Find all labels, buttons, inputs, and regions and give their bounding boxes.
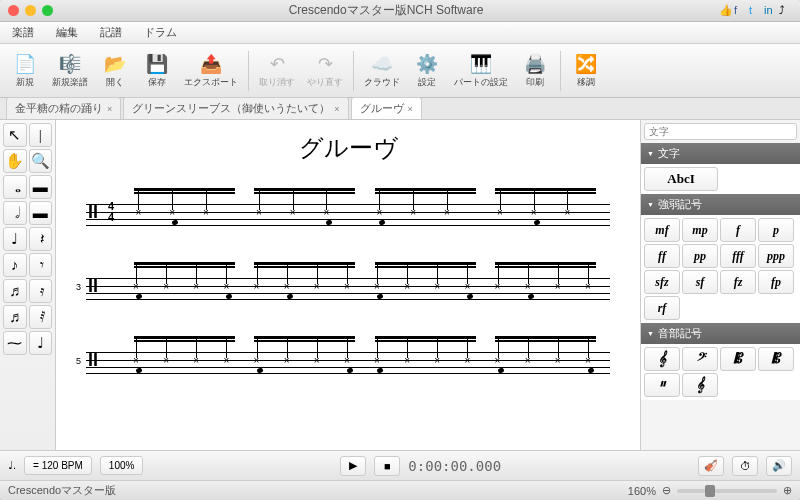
dynamic-mf[interactable]: mf	[644, 218, 680, 242]
hand-tool[interactable]: ✋	[3, 149, 27, 173]
staff-2[interactable]: 3 II ×××× ×××× ×××× ××××	[86, 258, 610, 320]
redo-icon: ↷	[314, 53, 336, 75]
half-note-tool[interactable]: 𝅗𝅥	[3, 201, 27, 225]
cursor-tool[interactable]: ↖	[3, 123, 27, 147]
dynamic-p[interactable]: p	[758, 218, 794, 242]
half-rest-tool[interactable]: ▬	[29, 201, 53, 225]
new-score-button[interactable]: 🎼新規楽譜	[48, 47, 92, 95]
zoom-tool[interactable]: 🔍	[29, 149, 53, 173]
time-signature: 44	[108, 201, 114, 223]
open-button[interactable]: 📂開く	[96, 47, 134, 95]
measure-number: 5	[76, 356, 81, 366]
dynamic-f[interactable]: f	[720, 218, 756, 242]
score-title: グルーヴ	[56, 120, 640, 172]
quarter-rest-tool[interactable]: 𝄽	[29, 227, 53, 251]
cloud-button[interactable]: ☁️クラウド	[360, 47, 404, 95]
dynamic-ff[interactable]: ff	[644, 244, 680, 268]
tempo-selector[interactable]: = 120 BPM	[24, 456, 92, 475]
zoom-in-button[interactable]: ⊕	[783, 484, 792, 497]
palette-search-input[interactable]	[644, 123, 797, 140]
clef-other[interactable]: 𝄞	[682, 373, 718, 397]
status-zoom: 160%	[628, 485, 656, 497]
dynamic-pp[interactable]: pp	[682, 244, 718, 268]
play-button[interactable]: ▶	[340, 456, 366, 476]
print-button[interactable]: 🖨️印刷	[516, 47, 554, 95]
percussion-tool[interactable]: ♩	[29, 331, 53, 355]
metronome-button[interactable]: ⏱	[732, 456, 758, 476]
tab-2[interactable]: グルーヴ×	[351, 97, 422, 119]
menubar: 楽譜 編集 記譜 ドラム	[0, 22, 800, 44]
instrument-button[interactable]: 🎻	[698, 456, 724, 476]
settings-button[interactable]: ⚙️設定	[408, 47, 446, 95]
percussion-clef: II	[88, 202, 98, 223]
tuplet-tool[interactable]: ⁓	[3, 331, 27, 355]
stop-button[interactable]: ■	[374, 456, 400, 476]
tab-0[interactable]: 金平糖の精の踊り×	[6, 97, 121, 119]
panel-header-text[interactable]: 文字	[641, 143, 800, 164]
dynamic-sfz[interactable]: sfz	[644, 270, 680, 294]
part-settings-button[interactable]: 🎹パートの設定	[450, 47, 512, 95]
open-icon: 📂	[104, 53, 126, 75]
thirtysecond-rest-tool[interactable]: 𝅀	[29, 305, 53, 329]
maximize-window-button[interactable]	[42, 5, 53, 16]
panel-header-dynamics[interactable]: 強弱記号	[641, 194, 800, 215]
sixteenth-note-tool[interactable]: ♬	[3, 279, 27, 303]
clef-alto[interactable]: 𝄡	[720, 347, 756, 371]
volume-button[interactable]: 🔊	[766, 456, 792, 476]
export-button[interactable]: 📤エクスポート	[180, 47, 242, 95]
close-icon[interactable]: ×	[408, 104, 413, 114]
dynamic-rf[interactable]: rf	[644, 296, 680, 320]
clef-tenor[interactable]: 𝄡	[758, 347, 794, 371]
save-icon: 💾	[146, 53, 168, 75]
dynamic-ppp[interactable]: ppp	[758, 244, 794, 268]
menu-notation[interactable]: 記譜	[100, 25, 122, 40]
staff-3[interactable]: 5 II ×××× ×××× ×××× ××××	[86, 332, 610, 394]
menu-drum[interactable]: ドラム	[144, 25, 177, 40]
zoom-out-button[interactable]: ⊖	[662, 484, 671, 497]
minimize-window-button[interactable]	[25, 5, 36, 16]
dynamic-sf[interactable]: sf	[682, 270, 718, 294]
transpose-button[interactable]: 🔀移調	[567, 47, 605, 95]
score-canvas[interactable]: グルーヴ II 44 ××× ××× ××× ××× 3 II ×××× ×××…	[56, 120, 640, 450]
sixteenth-rest-tool[interactable]: 𝄿	[29, 279, 53, 303]
menu-edit[interactable]: 編集	[56, 25, 78, 40]
panel-header-clefs[interactable]: 音部記号	[641, 323, 800, 344]
tab-1[interactable]: グリーンスリーブス（御使いうたいて）×	[123, 97, 348, 119]
whole-note-tool[interactable]: 𝅝	[3, 175, 27, 199]
dynamic-fff[interactable]: fff	[720, 244, 756, 268]
quarter-note-tool[interactable]: ♩	[3, 227, 27, 251]
dynamic-mp[interactable]: mp	[682, 218, 718, 242]
close-icon[interactable]: ×	[334, 104, 339, 114]
like-icon[interactable]: 👍	[719, 4, 732, 17]
menu-score[interactable]: 楽譜	[12, 25, 34, 40]
staff-1[interactable]: II 44 ××× ××× ××× ×××	[86, 184, 610, 246]
eighth-rest-tool[interactable]: 𝄾	[29, 253, 53, 277]
tool-palette: ↖| ✋🔍 𝅝▬ 𝅗𝅥▬ ♩𝄽 ♪𝄾 ♬𝄿 ♬𝅀 ⁓♩	[0, 120, 56, 450]
redo-button[interactable]: ↷やり直す	[303, 47, 347, 95]
clef-perc[interactable]: 𝄥	[644, 373, 680, 397]
clef-bass[interactable]: 𝄢	[682, 347, 718, 371]
toolbar: 📄新規 🎼新規楽譜 📂開く 💾保存 📤エクスポート ↶取り消す ↷やり直す ☁️…	[0, 44, 800, 98]
zoom-selector[interactable]: 100%	[100, 456, 144, 475]
close-window-button[interactable]	[8, 5, 19, 16]
facebook-icon[interactable]: f	[734, 4, 747, 17]
thirtysecond-note-tool[interactable]: ♬	[3, 305, 27, 329]
new-button[interactable]: 📄新規	[6, 47, 44, 95]
zoom-slider[interactable]	[677, 489, 777, 493]
clef-treble[interactable]: 𝄞	[644, 347, 680, 371]
twitter-icon[interactable]: t	[749, 4, 762, 17]
whole-rest-tool[interactable]: ▬	[29, 175, 53, 199]
print-icon: 🖨️	[524, 53, 546, 75]
undo-icon: ↶	[266, 53, 288, 75]
barline-tool[interactable]: |	[29, 123, 53, 147]
text-tool[interactable]: AbcI	[644, 167, 718, 191]
undo-button[interactable]: ↶取り消す	[255, 47, 299, 95]
save-button[interactable]: 💾保存	[138, 47, 176, 95]
share-icon[interactable]: ⤴	[779, 4, 792, 17]
dynamic-fz[interactable]: fz	[720, 270, 756, 294]
transpose-icon: 🔀	[575, 53, 597, 75]
linkedin-icon[interactable]: in	[764, 4, 777, 17]
dynamic-fp[interactable]: fp	[758, 270, 794, 294]
close-icon[interactable]: ×	[107, 104, 112, 114]
eighth-note-tool[interactable]: ♪	[3, 253, 27, 277]
